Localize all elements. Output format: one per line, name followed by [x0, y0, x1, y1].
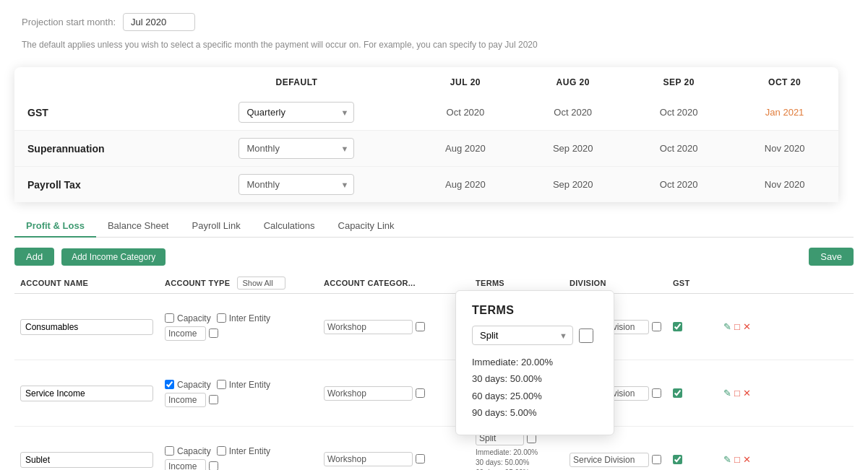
th-actions	[718, 273, 854, 294]
delete-icon[interactable]: □	[734, 321, 740, 332]
inter-entity-checkbox[interactable]	[217, 380, 226, 389]
remove-icon[interactable]: ✕	[743, 321, 751, 332]
tab-profit-and-loss[interactable]: Profit & Loss	[14, 215, 96, 238]
terms-popup-details: Immediate: 20.00%30 days: 50.00%60 days:…	[472, 354, 598, 422]
capacity-checkbox[interactable]	[165, 380, 174, 389]
capacity-label[interactable]: Capacity	[165, 446, 211, 456]
payment-card: DEFAULT JUL 20 AUG 20 SEP 20 OCT 20 GSTM…	[14, 67, 838, 202]
account-cat-cell[interactable]: WorkshopAccounts ReceivableWork in Progr…	[318, 360, 470, 427]
payment-frequency-select[interactable]: MonthlyQuarterlyAnnually	[239, 102, 354, 123]
projection-label: Projection start month:	[22, 17, 116, 27]
gst-checkbox[interactable]	[673, 322, 682, 331]
action-cell: ✎□✕	[718, 294, 854, 360]
projection-row: Projection start month:	[22, 13, 846, 31]
payment-row-oct: Nov 2020	[731, 131, 838, 167]
capacity-checkbox[interactable]	[165, 313, 174, 323]
account-type-label: ACCOUNT TYPE	[165, 279, 230, 287]
add-button[interactable]: Add	[14, 248, 54, 266]
tab-balance-sheet[interactable]: Balance Sheet	[96, 215, 181, 238]
payment-row-label: GST	[14, 95, 181, 131]
add-income-button[interactable]: Add Income Category	[61, 248, 166, 266]
show-all-select[interactable]: Show All Income Expense	[237, 277, 285, 290]
payment-row-default[interactable]: MonthlyQuarterlyAnnually▼	[181, 95, 411, 131]
edit-icon[interactable]: ✎	[723, 321, 731, 332]
division-checkbox[interactable]	[652, 322, 661, 331]
type-select[interactable]: IncomeExpenseBoth	[165, 459, 206, 471]
account-cat-cell[interactable]: WorkshopAccounts ReceivableWork in Progr…	[318, 427, 470, 471]
show-all-label: Show All Income Expense	[237, 279, 285, 287]
capacity-label[interactable]: Capacity	[165, 313, 211, 323]
tabs-bar: Profit & LossBalance SheetPayroll LinkCa…	[14, 215, 854, 238]
capacity-checkbox[interactable]	[165, 446, 174, 456]
inter-entity-label[interactable]: Inter Entity	[217, 446, 270, 456]
save-button[interactable]: Save	[809, 248, 854, 266]
category-select[interactable]: WorkshopAccounts ReceivableWork in Progr…	[324, 320, 413, 334]
type-select[interactable]: IncomeExpenseBoth	[165, 393, 206, 407]
category-checkbox[interactable]	[416, 454, 425, 464]
category-select[interactable]: WorkshopAccounts ReceivableWork in Progr…	[324, 452, 413, 466]
table-row: Capacity Inter EntityIncomeExpenseBothWo…	[14, 360, 854, 427]
payment-row-label: Payroll Tax	[14, 167, 181, 203]
inter-entity-checkbox[interactable]	[217, 446, 226, 456]
account-cat-cell[interactable]: WorkshopAccounts ReceivableWork in Progr…	[318, 294, 470, 360]
gst-checkbox[interactable]	[673, 455, 682, 464]
type-checkbox[interactable]	[209, 328, 218, 338]
payment-row-aug: Oct 2020	[519, 95, 627, 131]
delete-icon[interactable]: □	[734, 388, 740, 399]
category-checkbox[interactable]	[416, 322, 425, 331]
account-name-cell[interactable]	[14, 360, 159, 427]
type-checkbox[interactable]	[209, 395, 218, 404]
capacity-label[interactable]: Capacity	[165, 380, 211, 390]
category-checkbox[interactable]	[416, 388, 425, 398]
payment-row-sep: Oct 2020	[627, 131, 731, 167]
payment-row-default[interactable]: MonthlyQuarterlyAnnually▼	[181, 131, 411, 167]
terms-popup-checkbox[interactable]	[579, 328, 593, 343]
account-name-input[interactable]	[20, 386, 153, 401]
remove-icon[interactable]: ✕	[743, 388, 751, 399]
info-text: The default applies unless you wish to s…	[22, 40, 846, 50]
edit-icon[interactable]: ✎	[723, 388, 731, 399]
th-oct: OCT 20	[731, 67, 838, 95]
gst-cell[interactable]	[667, 360, 718, 427]
gst-checkbox[interactable]	[673, 388, 682, 398]
inter-entity-label[interactable]: Inter Entity	[217, 313, 270, 323]
division-checkbox[interactable]	[652, 388, 661, 398]
category-select[interactable]: WorkshopAccounts ReceivableWork in Progr…	[324, 386, 413, 401]
payment-row-jul: Aug 2020	[412, 131, 520, 167]
terms-popup-select[interactable]: Split Immediate 30 days 60 days 90 days	[472, 326, 573, 345]
account-name-cell[interactable]	[14, 294, 159, 360]
payment-frequency-select[interactable]: MonthlyQuarterlyAnnually	[239, 174, 354, 195]
division-select[interactable]: Service DivisionWorkshop DivisionWork in…	[570, 453, 649, 467]
account-name-cell[interactable]	[14, 427, 159, 471]
payment-row-default[interactable]: MonthlyQuarterlyAnnually▼	[181, 167, 411, 203]
account-name-input[interactable]	[20, 319, 153, 335]
inter-entity-checkbox[interactable]	[217, 313, 226, 323]
edit-icon[interactable]: ✎	[723, 454, 731, 465]
account-name-input[interactable]	[20, 452, 153, 468]
delete-icon[interactable]: □	[734, 454, 740, 465]
division-checkbox[interactable]	[652, 455, 661, 464]
remove-icon[interactable]: ✕	[743, 454, 751, 465]
terms-details: Immediate: 20.00%30 days: 50.00%60 days:…	[476, 448, 558, 470]
payment-row-jul: Oct 2020	[412, 95, 520, 131]
tab-calculations[interactable]: Calculations	[252, 215, 327, 238]
payment-row: SuperannuationMonthlyQuarterlyAnnually▼A…	[14, 131, 838, 167]
th-account-cat: ACCOUNT CATEGOR...	[318, 273, 470, 294]
table-row: Capacity Inter EntityIncomeExpenseBothWo…	[14, 427, 854, 471]
gst-cell[interactable]	[667, 427, 718, 471]
th-account-type: ACCOUNT TYPE Show All Income Expense	[159, 273, 318, 294]
payment-row-sep: Oct 2020	[627, 167, 731, 203]
projection-input[interactable]	[123, 13, 195, 31]
tab-capacity-link[interactable]: Capacity Link	[327, 215, 406, 238]
inter-entity-label[interactable]: Inter Entity	[217, 380, 270, 390]
payment-row-aug: Sep 2020	[519, 167, 627, 203]
table-row: Capacity Inter EntityIncomeExpenseBothWo…	[14, 294, 854, 360]
th-account-name: ACCOUNT NAME	[14, 273, 159, 294]
tab-payroll-link[interactable]: Payroll Link	[180, 215, 252, 238]
action-cell: ✎□✕	[718, 427, 854, 471]
type-checkbox[interactable]	[209, 461, 218, 470]
gst-cell[interactable]	[667, 294, 718, 360]
type-select[interactable]: IncomeExpenseBoth	[165, 326, 206, 341]
payment-row-label: Superannuation	[14, 131, 181, 167]
payment-frequency-select[interactable]: MonthlyQuarterlyAnnually	[239, 138, 354, 159]
